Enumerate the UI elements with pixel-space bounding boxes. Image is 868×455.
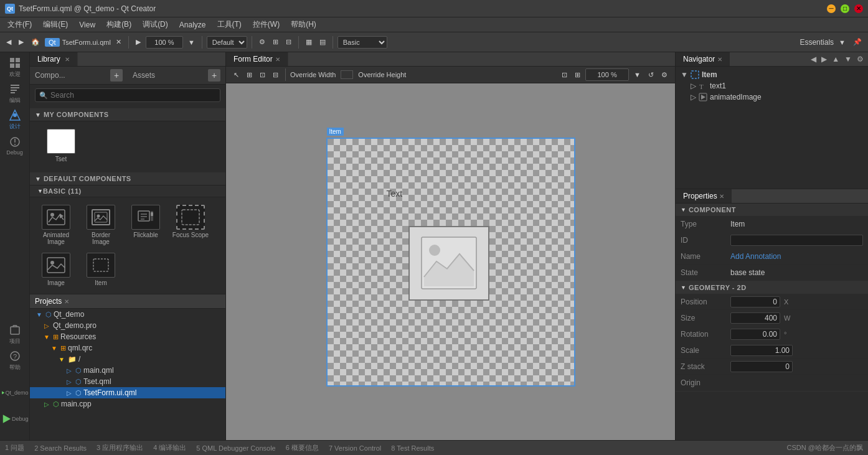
anchor-tool[interactable]: ⊞ [244, 70, 255, 80]
status-compile[interactable]: 4 编译输出 [153, 443, 186, 453]
transform-tool[interactable]: ⊡ [257, 70, 268, 80]
name-value[interactable]: Add Annotation [730, 252, 781, 261]
add-assets-button[interactable]: + [208, 69, 220, 82]
layout-tool[interactable]: ⊟ [270, 70, 281, 80]
default-components-header[interactable]: ▼ DEFAULT COMPONENTS [30, 172, 225, 185]
scale-input[interactable] [730, 345, 793, 356]
sidebar-project[interactable]: 项目 [2, 322, 27, 347]
sidebar-design[interactable]: 设计 [2, 107, 27, 132]
minimize-button[interactable]: ─ [827, 4, 836, 13]
forward-button[interactable]: ▶ [16, 37, 26, 47]
nav-down[interactable]: ▼ [842, 54, 854, 64]
pin-button[interactable]: 📌 [851, 37, 864, 47]
status-search[interactable]: 2 Search Results [34, 444, 87, 452]
tree-tset-qml[interactable]: ▷ ⬡ Tset.qml [30, 376, 225, 387]
menu-file[interactable]: 文件(F) [2, 18, 37, 31]
sidebar-edit[interactable]: 编辑 [2, 81, 27, 106]
properties-tab[interactable]: Properties ✕ [676, 189, 732, 203]
override-width-box[interactable] [341, 70, 353, 79]
sidebar-debug-run[interactable]: Debug [1, 406, 29, 431]
sidebar-help[interactable]: ? 帮助 [2, 348, 27, 373]
flickable-component[interactable]: Flickable [125, 202, 167, 248]
form-editor-tab[interactable]: Form Editor ✕ [226, 52, 288, 66]
position-x-input[interactable] [730, 296, 780, 307]
z-stack-input[interactable] [730, 361, 793, 372]
sidebar-debug[interactable]: Debug [2, 133, 27, 158]
menu-controls[interactable]: 控件(W) [248, 18, 285, 31]
menu-edit[interactable]: 编辑(E) [38, 18, 73, 31]
geometry-group-header[interactable]: ▼ GEOMETRY - 2D [676, 281, 868, 294]
form-editor-tab-close[interactable]: ✕ [275, 56, 280, 63]
projects-tab-close[interactable]: ✕ [64, 298, 69, 305]
view-btn-2[interactable]: ▤ [317, 37, 328, 47]
navigator-tab[interactable]: Navigator ✕ [676, 52, 730, 66]
tree-qt-demo[interactable]: ▼ ⬡ Qt_demo [30, 309, 225, 320]
settings-btn-3[interactable]: ⊟ [283, 37, 294, 47]
canvas-btn-1[interactable]: ⊡ [559, 70, 570, 80]
nav-back[interactable]: ◀ [809, 54, 818, 64]
nav-up[interactable]: ▲ [830, 54, 841, 64]
image-component[interactable]: Image [35, 250, 77, 289]
view-btn-1[interactable]: ▦ [303, 37, 314, 47]
focus-scope-component[interactable]: Focus Scope [169, 202, 212, 248]
settings-btn-1[interactable]: ⚙ [257, 37, 268, 47]
properties-tab-close[interactable]: ✕ [719, 193, 724, 200]
border-image-component[interactable]: Border Image [80, 202, 122, 248]
settings-btn-2[interactable]: ⊞ [270, 37, 281, 47]
close-button[interactable]: ✕ [854, 4, 863, 13]
canvas-zoom[interactable] [585, 68, 629, 81]
nav-forward[interactable]: ▶ [819, 54, 829, 64]
status-problems[interactable]: 1 问题 [5, 443, 24, 453]
menu-help[interactable]: 帮助(H) [286, 18, 321, 31]
animated-image-component[interactable]: Animated Image [35, 202, 77, 248]
tree-resources[interactable]: ▼ ⊞ Resources [30, 331, 225, 342]
rotation-input[interactable] [730, 329, 780, 340]
nav-item-text1[interactable]: ▷ T text1 [678, 80, 866, 91]
search-input[interactable] [50, 91, 216, 100]
id-input[interactable] [730, 235, 863, 246]
tree-qt-demo-pro[interactable]: ▷ Qt_demo.pro [30, 320, 225, 331]
override-height-label[interactable]: Override Height [358, 71, 406, 78]
sidebar-welcome[interactable]: 欢迎 [2, 55, 27, 80]
maximize-button[interactable]: □ [841, 4, 849, 13]
tree-main-cpp[interactable]: ▷ ⬡ main.cpp [30, 398, 225, 410]
zoom-input[interactable] [146, 36, 183, 49]
status-qml-debugger[interactable]: 5 QML Debugger Console [196, 444, 275, 452]
menu-tools[interactable]: 工具(T) [212, 18, 247, 31]
select-tool[interactable]: ↖ [231, 70, 242, 80]
menu-analyze[interactable]: Analyze [174, 19, 211, 30]
zoom-dropdown[interactable]: ▼ [186, 37, 197, 47]
canvas-zoom-down[interactable]: ▼ [631, 70, 643, 80]
nav-filter[interactable]: ⚙ [855, 54, 866, 64]
canvas-reset[interactable]: ↺ [646, 70, 656, 80]
essentials-dropdown[interactable]: ▼ [836, 37, 848, 47]
form-editor-canvas[interactable]: Item Text [226, 83, 675, 440]
canvas-settings[interactable]: ⚙ [659, 70, 670, 80]
close-file-button[interactable]: ✕ [113, 37, 124, 47]
theme-select[interactable]: Basic [337, 36, 387, 49]
status-version-control[interactable]: 7 Version Control [329, 444, 381, 452]
basic-section-header[interactable]: ▼ BASIC (11) [30, 185, 225, 197]
home-button[interactable]: 🏠 [29, 37, 42, 47]
tree-tsetform-qml[interactable]: ▷ ⬡ TsetForm.ui.qml [30, 387, 225, 398]
override-width-label[interactable]: Override Width [290, 71, 336, 78]
canvas-btn-2[interactable]: ⊞ [572, 70, 583, 80]
tree-qml-qrc[interactable]: ▼ ⊞ qml.qrc [30, 342, 225, 354]
tree-root-folder[interactable]: ▼ 📁 / [30, 354, 225, 365]
nav-item-root[interactable]: ▼ Item [678, 69, 866, 80]
menu-view[interactable]: View [74, 19, 100, 30]
status-app-output[interactable]: 3 应用程序输出 [97, 443, 143, 453]
projects-tab[interactable]: Projects [35, 297, 62, 306]
menu-debug[interactable]: 调试(D) [138, 18, 173, 31]
status-test-results[interactable]: 8 Test Results [391, 444, 434, 452]
nav-item-animated[interactable]: ▷ animatedImage [678, 91, 866, 103]
item-component[interactable]: Item [80, 250, 122, 289]
my-components-header[interactable]: ▼ MY COMPONENTS [30, 108, 225, 121]
component-group-header[interactable]: ▼ COMPONENT [676, 204, 868, 216]
library-tab[interactable]: Library ✕ [30, 52, 78, 66]
profile-select[interactable]: Default [207, 36, 247, 49]
run-button[interactable]: ▶ [133, 37, 143, 47]
form-item[interactable]: Item Text [326, 138, 575, 387]
menu-build[interactable]: 构建(B) [101, 18, 136, 31]
back-button[interactable]: ◀ [4, 37, 14, 47]
